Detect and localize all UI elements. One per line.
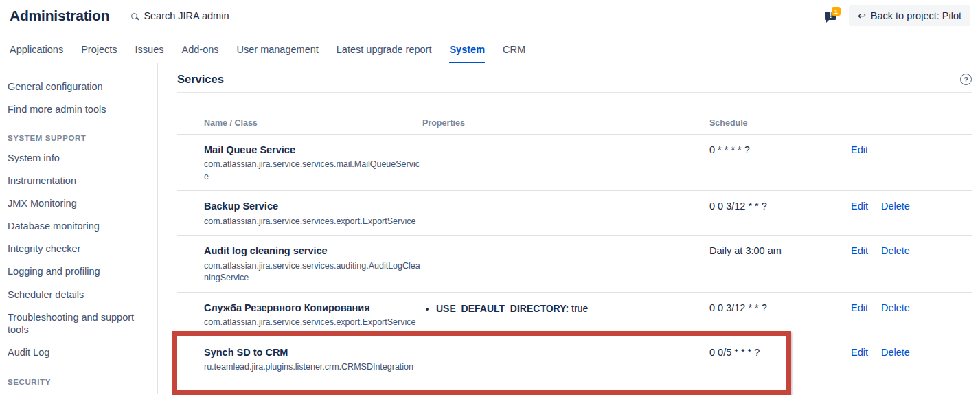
sidebar: General configurationFind more admin too… (0, 63, 158, 394)
schedule-value: 0 0/5 * * * ? (709, 347, 851, 374)
schedule-value: 0 * * * * ? (709, 144, 851, 183)
actions-cell: EditDelete (851, 302, 972, 329)
service-name: Служба Резервного Копирования (177, 302, 422, 314)
services-header: Services ? (177, 73, 972, 93)
table-row: Служба Резервного Копированияcom.atlassi… (177, 293, 972, 337)
name-class-cell: Audit log cleaning servicecom.atlassian.… (177, 245, 422, 284)
admin-search (131, 10, 300, 22)
table-header-row: Name / Class Properties Schedule (177, 114, 972, 135)
table-row: Mail Queue Servicecom.atlassian.jira.ser… (177, 135, 972, 191)
tab-latest-upgrade-report[interactable]: Latest upgrade report (337, 36, 432, 63)
delete-link[interactable]: Delete (881, 347, 910, 374)
name-class-cell: Служба Резервного Копированияcom.atlassi… (177, 302, 422, 329)
property-item: USE_DEFAULT_DIRECTORY: true (436, 302, 709, 315)
sidebar-item-troubleshooting-and-support-tools[interactable]: Troubleshooting and support tools (8, 306, 148, 341)
tab-system[interactable]: System (449, 36, 485, 63)
service-name: Synch SD to CRM (177, 347, 422, 359)
app-title: Administration (10, 8, 109, 24)
services-table: Name / Class Properties Schedule Mail Qu… (177, 114, 972, 381)
help-icon[interactable]: ? (960, 74, 972, 85)
edit-link[interactable]: Edit (851, 302, 868, 329)
delete-link[interactable]: Delete (881, 302, 910, 329)
actions-cell: EditDelete (851, 245, 972, 284)
back-to-project-button[interactable]: ↩ Back to project: Pilot (849, 5, 970, 26)
main-content: Services ? Name / Class Properties Sched… (158, 63, 980, 394)
content-layout: General configurationFind more admin too… (0, 63, 980, 394)
top-right-actions: ! 1 ↩ Back to project: Pilot (825, 5, 970, 26)
schedule-value: Daily at 3:00 am (709, 245, 851, 284)
table-row: Backup Servicecom.atlassian.jira.service… (177, 191, 972, 236)
column-header-actions (851, 118, 972, 128)
service-class: com.atlassian.jira.service.services.expo… (177, 317, 422, 329)
tab-projects[interactable]: Projects (81, 36, 117, 63)
tab-crm[interactable]: CRM (503, 36, 525, 63)
back-arrow-icon: ↩ (858, 11, 866, 21)
property-key: USE_DEFAULT_DIRECTORY: (436, 303, 569, 314)
service-class: com.atlassian.jira.service.services.mail… (177, 159, 422, 183)
tab-user-management[interactable]: User management (237, 36, 319, 63)
sidebar-item-audit-log[interactable]: Audit Log (8, 341, 148, 363)
column-header-schedule: Schedule (709, 118, 851, 128)
column-header-properties: Properties (422, 118, 709, 128)
sidebar-section-system-support: SYSTEM SUPPORT (8, 134, 148, 142)
service-name: Backup Service (177, 201, 422, 212)
name-class-cell: Backup Servicecom.atlassian.jira.service… (177, 201, 422, 227)
schedule-value: 0 0 3/12 * * ? (709, 201, 851, 227)
search-input[interactable] (142, 10, 300, 22)
sidebar-section-security: SECURITY (8, 378, 148, 386)
edit-link[interactable]: Edit (851, 245, 868, 284)
sidebar-item-project-roles[interactable]: Project roles (8, 390, 148, 395)
service-class: com.atlassian.jira.service.services.expo… (177, 216, 422, 228)
column-header-name-class: Name / Class (177, 118, 422, 128)
tab-add-ons[interactable]: Add-ons (182, 36, 219, 63)
search-icon (131, 13, 137, 19)
tab-issues[interactable]: Issues (135, 36, 164, 63)
service-name: Mail Queue Service (177, 144, 422, 156)
edit-link[interactable]: Edit (851, 144, 868, 183)
sidebar-item-database-monitoring[interactable]: Database monitoring (8, 215, 148, 238)
actions-cell: EditDelete (851, 201, 972, 227)
actions-cell: Edit (851, 144, 972, 183)
tab-applications[interactable]: Applications (10, 36, 63, 63)
service-class: ru.teamlead.jira.plugins.listener.crm.CR… (177, 361, 422, 374)
name-class-cell: Synch SD to CRMru.teamlead.jira.plugins.… (177, 347, 422, 374)
back-to-project-label: Back to project: Pilot (871, 10, 961, 21)
properties-cell (422, 347, 709, 374)
table-body: Mail Queue Servicecom.atlassian.jira.ser… (177, 135, 972, 381)
top-bar: Administration ! 1 ↩ Back to project: Pi… (0, 0, 980, 32)
sidebar-item-general-configuration[interactable]: General configuration (8, 75, 148, 98)
edit-link[interactable]: Edit (851, 347, 868, 374)
schedule-value: 0 0 3/12 * * ? (709, 302, 851, 329)
name-class-cell: Mail Queue Servicecom.atlassian.jira.ser… (177, 144, 422, 183)
sidebar-item-find-more-admin-tools[interactable]: Find more admin tools (8, 98, 148, 120)
page-title: Services (177, 73, 224, 86)
service-name: Audit log cleaning service (177, 245, 422, 257)
delete-link[interactable]: Delete (881, 201, 910, 227)
properties-list: USE_DEFAULT_DIRECTORY: true (422, 302, 709, 315)
sidebar-item-scheduler-details[interactable]: Scheduler details (8, 283, 148, 306)
table-row: Audit log cleaning servicecom.atlassian.… (177, 236, 972, 292)
notification-icon[interactable]: ! 1 (825, 10, 839, 22)
properties-cell (422, 245, 709, 284)
sidebar-item-system-info[interactable]: System info (8, 146, 148, 169)
delete-link[interactable]: Delete (881, 245, 910, 284)
sidebar-item-logging-and-profiling[interactable]: Logging and profiling (8, 260, 148, 283)
actions-cell: EditDelete (851, 347, 972, 374)
service-class: com.atlassian.jira.service.services.audi… (177, 260, 422, 284)
table-row: Synch SD to CRMru.teamlead.jira.plugins.… (177, 337, 972, 382)
properties-cell (422, 201, 709, 227)
edit-link[interactable]: Edit (851, 201, 868, 227)
notification-badge: 1 (832, 7, 841, 16)
sidebar-item-jmx-monitoring[interactable]: JMX Monitoring (8, 192, 148, 215)
sidebar-item-integrity-checker[interactable]: Integrity checker (8, 238, 148, 260)
properties-cell (422, 144, 709, 183)
properties-cell: USE_DEFAULT_DIRECTORY: true (422, 302, 709, 329)
sidebar-item-instrumentation[interactable]: Instrumentation (8, 169, 148, 192)
admin-tabs: ApplicationsProjectsIssuesAdd-onsUser ma… (0, 36, 980, 63)
